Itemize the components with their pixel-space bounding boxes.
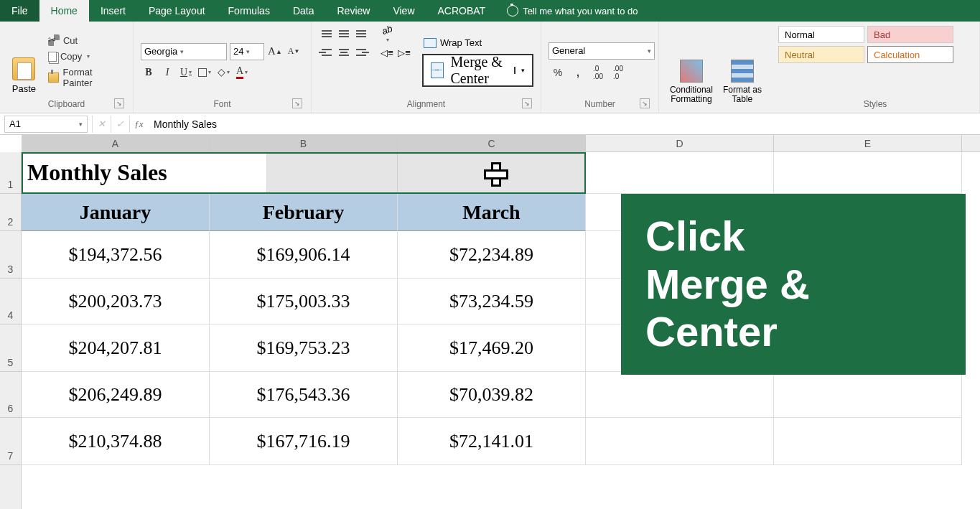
data-C4[interactable]: $73,234.59 [398, 279, 586, 324]
group-alignment: ab▾ ◁≡ ▷≡ Wrap Text Merge & Center ▾ [312, 22, 541, 113]
decrease-font-button[interactable]: A▼ [286, 44, 302, 60]
data-B7[interactable]: $167,716.19 [210, 418, 398, 465]
border-button[interactable]: ▾ [197, 65, 213, 80]
number-dialog[interactable]: ↘ [640, 98, 650, 108]
decrease-indent[interactable]: ◁≡ [379, 45, 395, 60]
border-icon [198, 68, 207, 77]
align-left[interactable] [319, 45, 335, 60]
row-header-5[interactable]: 5 [0, 324, 21, 372]
align-right[interactable] [353, 45, 369, 60]
row-header-6[interactable]: 6 [0, 372, 21, 418]
merge-dropdown[interactable]: ▾ [514, 67, 525, 74]
decrease-decimal[interactable]: .00.0 [609, 64, 627, 81]
data-B5[interactable]: $169,753.23 [210, 324, 398, 372]
tab-file[interactable]: File [0, 0, 39, 22]
row-header-1[interactable]: 1 [0, 152, 21, 194]
tab-formulas[interactable]: Formulas [217, 0, 281, 22]
data-B3[interactable]: $169,906.14 [210, 231, 398, 279]
format-painter-button[interactable]: Format Painter [45, 65, 126, 90]
header-february[interactable]: February [210, 194, 398, 231]
col-header-B[interactable]: B [210, 135, 398, 151]
tell-me[interactable]: Tell me what you want to do [497, 0, 648, 22]
alignment-dialog[interactable]: ↘ [522, 98, 532, 108]
align-center[interactable] [336, 45, 352, 60]
style-normal[interactable]: Normal [778, 26, 864, 43]
increase-font-button[interactable]: A▲ [267, 44, 283, 60]
conditional-formatting-button[interactable]: Conditional Formatting [666, 26, 717, 107]
style-neutral[interactable]: Neutral [778, 46, 864, 63]
paste-button[interactable]: Paste [7, 26, 41, 97]
increase-indent[interactable]: ▷≡ [396, 45, 412, 60]
tab-home[interactable]: Home [39, 0, 89, 22]
data-A3[interactable]: $194,372.56 [22, 231, 210, 279]
row-headers: 1234567 [0, 152, 22, 509]
enter-formula[interactable]: ✓ [111, 116, 129, 133]
underline-button[interactable]: U▾ [178, 65, 194, 80]
cell-E7[interactable] [774, 418, 962, 465]
font-color-button[interactable]: A▾ [234, 65, 250, 80]
data-A5[interactable]: $204,207.81 [22, 324, 210, 372]
merge-center-button[interactable]: Merge & Center ▾ [422, 54, 533, 87]
data-B4[interactable]: $175,003.33 [210, 279, 398, 324]
fx-button[interactable]: ƒx [129, 116, 148, 133]
header-january[interactable]: January [22, 194, 210, 231]
data-C3[interactable]: $72,234.89 [398, 231, 586, 279]
italic-button[interactable]: I [159, 65, 175, 80]
data-B6[interactable]: $176,543.36 [210, 372, 398, 418]
align-top[interactable] [319, 26, 335, 42]
style-calculation[interactable]: Calculation [867, 46, 953, 63]
fill-color-button[interactable]: ◇▾ [215, 65, 231, 80]
font-name-combo[interactable]: Georgia▾ [141, 43, 227, 60]
cut-button[interactable]: ✂Cut [45, 33, 126, 47]
col-header-E[interactable]: E [774, 135, 962, 151]
comma-button[interactable]: , [569, 64, 587, 81]
bold-button[interactable]: B [141, 65, 157, 80]
tab-page-layout[interactable]: Page Layout [137, 0, 217, 22]
group-styles-buttons: Conditional Formatting Format as Table [659, 22, 771, 113]
format-as-table-button[interactable]: Format as Table [721, 26, 764, 107]
data-C7[interactable]: $72,141.01 [398, 418, 586, 465]
data-C5[interactable]: $17,469.20 [398, 324, 586, 372]
orientation-button[interactable]: ab▾ [379, 26, 395, 42]
tab-data[interactable]: Data [281, 0, 326, 22]
copy-button[interactable]: Copy▾ [45, 50, 126, 63]
wrap-text-button[interactable]: Wrap Text [422, 36, 533, 50]
increase-decimal[interactable]: .0.00 [589, 64, 607, 81]
data-A7[interactable]: $210,374.88 [22, 418, 210, 465]
row-header-4[interactable]: 4 [0, 279, 21, 324]
clipboard-dialog[interactable]: ↘ [114, 98, 124, 108]
tab-review[interactable]: Review [326, 0, 382, 22]
name-box[interactable]: A1▾ [4, 116, 88, 133]
col-header-A[interactable]: A [22, 135, 210, 151]
tab-insert[interactable]: Insert [89, 0, 137, 22]
align-bottom[interactable] [353, 26, 369, 42]
percent-button[interactable]: % [549, 64, 567, 81]
cell-title[interactable]: Monthly Sales [22, 152, 267, 194]
data-A6[interactable]: $206,249.89 [22, 372, 210, 418]
cell-D1[interactable] [586, 152, 774, 194]
number-format-combo[interactable]: General▾ [549, 42, 655, 60]
cell-D7[interactable] [586, 418, 774, 465]
cell-E1[interactable] [774, 152, 962, 194]
formula-input[interactable] [148, 116, 980, 133]
cell-E6[interactable] [774, 372, 962, 418]
tab-acrobat[interactable]: ACROBAT [426, 0, 498, 22]
row-header-3[interactable]: 3 [0, 231, 21, 279]
align-middle[interactable] [336, 26, 352, 42]
row-header-7[interactable]: 7 [0, 418, 21, 465]
data-A4[interactable]: $200,203.73 [22, 279, 210, 324]
font-dialog[interactable]: ↘ [292, 98, 302, 108]
data-C6[interactable]: $70,039.82 [398, 372, 586, 418]
col-header-C[interactable]: C [398, 135, 586, 151]
tab-view[interactable]: View [381, 0, 426, 22]
font-size-combo[interactable]: 24▾ [230, 43, 264, 60]
cancel-formula[interactable]: ✕ [92, 116, 111, 133]
paste-label: Paste [12, 83, 36, 94]
col-header-D[interactable]: D [586, 135, 774, 151]
style-bad[interactable]: Bad [867, 26, 953, 43]
group-clipboard: Paste ✂Cut Copy▾ Format Painter Clipboar… [0, 22, 134, 113]
cell-D6[interactable] [586, 372, 774, 418]
header-march[interactable]: March [398, 194, 586, 231]
cell-C1[interactable] [398, 152, 586, 194]
row-header-2[interactable]: 2 [0, 194, 21, 231]
